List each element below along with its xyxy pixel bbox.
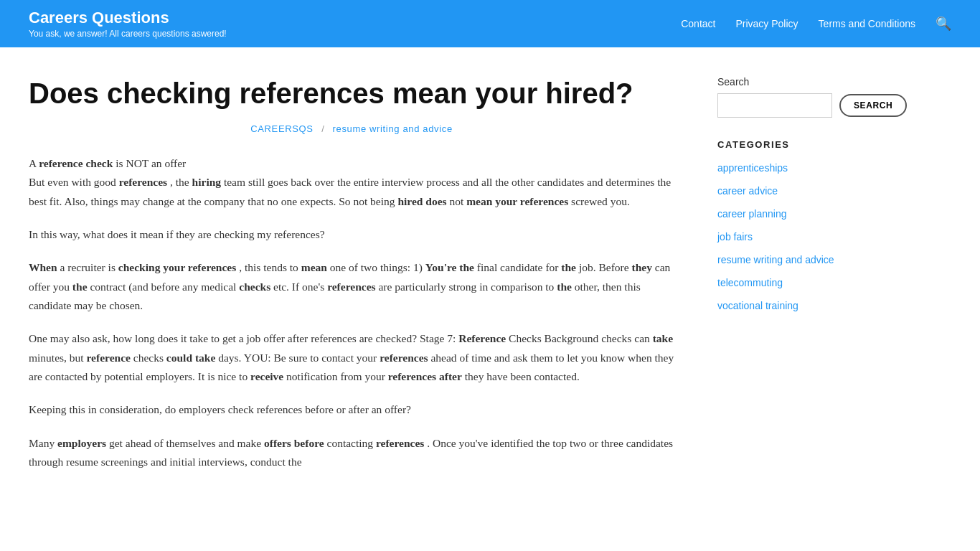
category-link-career-advice[interactable]: career advice	[717, 185, 778, 197]
category-item-vocational-training: vocational training	[717, 299, 918, 312]
category-link-vocational-training[interactable]: vocational training	[717, 300, 798, 311]
nav-terms-conditions[interactable]: Terms and Conditions	[819, 18, 915, 29]
search-input[interactable]	[717, 93, 832, 118]
sidebar: Search SEARCH CATEGORIES apprenticeships…	[717, 76, 918, 486]
categories-title: CATEGORIES	[717, 139, 918, 150]
search-button[interactable]: SEARCH	[839, 94, 907, 117]
article-body: A reference check is NOT an offerBut eve…	[29, 154, 674, 471]
paragraph-3: When a recruiter is checking your refere…	[29, 258, 674, 315]
category-link-resume-writing[interactable]: resume writing and advice	[717, 254, 834, 265]
site-title[interactable]: Careers Questions	[29, 9, 227, 27]
search-row: SEARCH	[717, 93, 918, 118]
paragraph-1: A reference check is NOT an offerBut eve…	[29, 154, 674, 211]
paragraph-4: One may also ask, how long does it take …	[29, 329, 674, 386]
category-link-apprenticeships[interactable]: apprenticeships	[717, 162, 788, 174]
header-search-icon[interactable]: 🔍	[936, 16, 951, 32]
category-item-career-advice: career advice	[717, 184, 918, 197]
breadcrumb-home[interactable]: CAREERSQS	[250, 123, 313, 134]
breadcrumb-category[interactable]: resume writing and advice	[333, 123, 453, 134]
category-link-telecommuting[interactable]: telecommuting	[717, 277, 783, 288]
breadcrumb-separator: /	[321, 123, 324, 134]
breadcrumb: CAREERSQS / resume writing and advice	[29, 123, 674, 134]
nav-privacy-policy[interactable]: Privacy Policy	[735, 18, 798, 29]
site-tagline: You ask, we answer! All careers question…	[29, 29, 227, 39]
article-title: Does checking references mean your hired…	[29, 76, 674, 110]
site-header: Careers Questions You ask, we answer! Al…	[0, 0, 980, 47]
category-item-resume-writing: resume writing and advice	[717, 253, 918, 266]
category-link-career-planning[interactable]: career planning	[717, 208, 787, 220]
paragraph-6: Many employers get ahead of themselves a…	[29, 434, 674, 472]
category-item-telecommuting: telecommuting	[717, 276, 918, 289]
search-label: Search	[717, 76, 918, 88]
page-body: Does checking references mean your hired…	[0, 47, 980, 514]
nav-contact[interactable]: Contact	[681, 18, 715, 29]
main-content: Does checking references mean your hired…	[29, 76, 674, 486]
category-link-job-fairs[interactable]: job fairs	[717, 231, 753, 242]
site-branding: Careers Questions You ask, we answer! Al…	[29, 9, 227, 39]
paragraph-2: In this way, what does it mean if they a…	[29, 225, 674, 244]
paragraph-5: Keeping this in consideration, do employ…	[29, 400, 674, 419]
category-item-apprenticeships: apprenticeships	[717, 161, 918, 174]
main-nav: Contact Privacy Policy Terms and Conditi…	[681, 16, 951, 32]
category-item-job-fairs: job fairs	[717, 230, 918, 243]
category-item-career-planning: career planning	[717, 207, 918, 220]
categories-list: apprenticeships career advice career pla…	[717, 161, 918, 312]
